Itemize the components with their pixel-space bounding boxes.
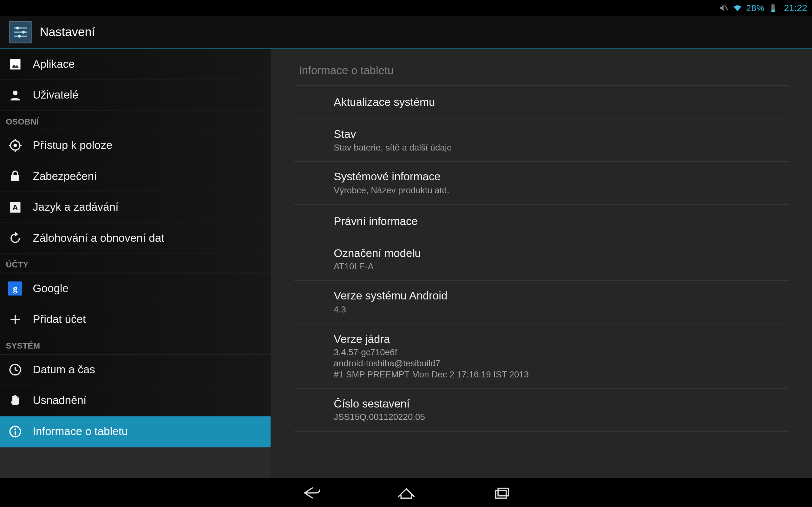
settings-sidebar: Aplikace Uživatelé OSOBNÍ Přístup k polo… [0, 49, 270, 478]
detail-panel: Informace o tabletu Aktualizace systému … [270, 49, 812, 478]
sidebar-category-personal: OSOBNÍ [0, 111, 270, 130]
svg-line-0 [725, 5, 728, 10]
language-icon: A [8, 200, 22, 214]
sidebar-item-label: Přístup k poloze [33, 139, 112, 152]
row-title: Systémové informace [334, 170, 784, 184]
users-icon [8, 88, 22, 102]
row-summary: Stav baterie, sítě a další údaje [334, 142, 784, 153]
sidebar-item-label: Informace o tabletu [33, 425, 128, 438]
settings-icon [9, 20, 32, 43]
svg-rect-10 [10, 59, 20, 69]
hand-icon [8, 394, 22, 407]
mute-icon [719, 3, 729, 13]
sidebar-item-add-account[interactable]: Přidat účet [0, 304, 270, 335]
row-title: Právní informace [334, 214, 784, 228]
svg-point-8 [22, 31, 25, 33]
sidebar-item-language[interactable]: A Jazyk a zadávání [0, 192, 270, 223]
info-icon [8, 425, 22, 439]
recent-apps-button[interactable] [489, 483, 515, 503]
svg-rect-30 [498, 488, 508, 496]
sidebar-item-backup[interactable]: Zálohování a obnovení dat [0, 223, 270, 254]
sidebar-item-location[interactable]: Přístup k poloze [0, 130, 270, 161]
sidebar-category-system: SYSTÉM [0, 335, 270, 354]
row-value: 4.3 [334, 304, 784, 315]
row-kernel-version: Verze jádra 3.4.57-gc710e6f android-tosh… [294, 324, 789, 389]
svg-rect-29 [496, 490, 506, 498]
sidebar-item-apps[interactable]: Aplikace [0, 49, 270, 80]
sidebar-item-label: Datum a čas [33, 363, 95, 376]
row-title: Verze jádra [334, 332, 784, 346]
svg-point-27 [14, 429, 16, 430]
row-android-version[interactable]: Verze systému Android 4.3 [294, 281, 789, 324]
svg-rect-2 [771, 9, 774, 12]
row-system-update[interactable]: Aktualizace systému [294, 86, 789, 119]
sidebar-category-accounts: ÚČTY [0, 254, 270, 274]
clock-icon [8, 363, 22, 377]
row-system-info[interactable]: Systémové informace Výrobce, Název produ… [294, 162, 789, 205]
row-title: Označení modelu [334, 246, 784, 260]
sidebar-item-label: Jazyk a zadávání [33, 201, 119, 214]
svg-line-25 [15, 370, 17, 371]
sidebar-item-label: Uživatelé [33, 89, 78, 102]
row-summary: Výrobce, Název produktu atd. [334, 185, 784, 196]
row-value: AT10LE-A [334, 261, 784, 272]
google-icon: g [8, 281, 22, 295]
clock: 21:22 [784, 3, 807, 13]
lock-icon [8, 169, 22, 183]
detail-section-title: Informace o tabletu [294, 49, 789, 86]
backup-icon [8, 231, 22, 245]
sidebar-item-security[interactable]: Zabezpečení [0, 161, 270, 192]
plus-icon [8, 313, 22, 326]
row-value: JSS15Q.001120220.05 [334, 412, 784, 423]
sidebar-item-accessibility[interactable]: Usnadnění [0, 385, 270, 416]
row-title: Aktualizace systému [334, 95, 784, 109]
row-title: Verze systému Android [334, 289, 784, 303]
sidebar-item-google[interactable]: g Google [0, 274, 270, 304]
row-title: Stav [334, 127, 784, 141]
row-status[interactable]: Stav Stav baterie, sítě a další údaje [294, 119, 789, 162]
home-button[interactable] [393, 483, 419, 503]
sidebar-item-label: Usnadnění [33, 394, 86, 407]
battery-icon [768, 3, 778, 13]
sidebar-item-about-tablet[interactable]: Informace o tabletu [0, 416, 270, 447]
svg-rect-28 [14, 431, 16, 435]
sidebar-item-label: Přidat účet [33, 313, 86, 326]
row-title: Číslo sestavení [334, 397, 784, 411]
svg-point-7 [16, 26, 19, 29]
svg-point-11 [13, 91, 18, 95]
navigation-bar [0, 478, 812, 507]
back-button[interactable] [297, 483, 323, 503]
row-build-number[interactable]: Číslo sestavení JSS15Q.001120220.05 [294, 389, 789, 432]
svg-point-9 [18, 35, 20, 38]
sidebar-item-label: Google [33, 282, 68, 295]
svg-text:A: A [12, 203, 18, 212]
sidebar-item-label: Zabezpečení [33, 170, 97, 183]
svg-point-13 [13, 144, 17, 147]
page-title: Nastavení [40, 25, 95, 39]
wifi-icon [733, 3, 743, 13]
row-model-number: Označení modelu AT10LE-A [294, 238, 789, 281]
row-value: 3.4.57-gc710e6f android-toshiba@tesibuil… [334, 347, 784, 380]
sidebar-item-label: Aplikace [33, 58, 74, 71]
sidebar-item-datetime[interactable]: Datum a čas [0, 354, 270, 386]
svg-rect-3 [772, 4, 774, 5]
location-icon [8, 138, 22, 153]
sidebar-filler [0, 447, 270, 478]
action-bar: Nastavení [0, 16, 812, 49]
row-legal[interactable]: Právní informace [294, 205, 789, 238]
battery-percent: 28% [746, 3, 764, 13]
sidebar-item-label: Zálohování a obnovení dat [33, 232, 164, 245]
apps-icon [8, 57, 22, 71]
svg-rect-18 [11, 175, 19, 181]
sidebar-item-users[interactable]: Uživatelé [0, 80, 270, 111]
status-bar: 28% 21:22 [0, 0, 812, 16]
